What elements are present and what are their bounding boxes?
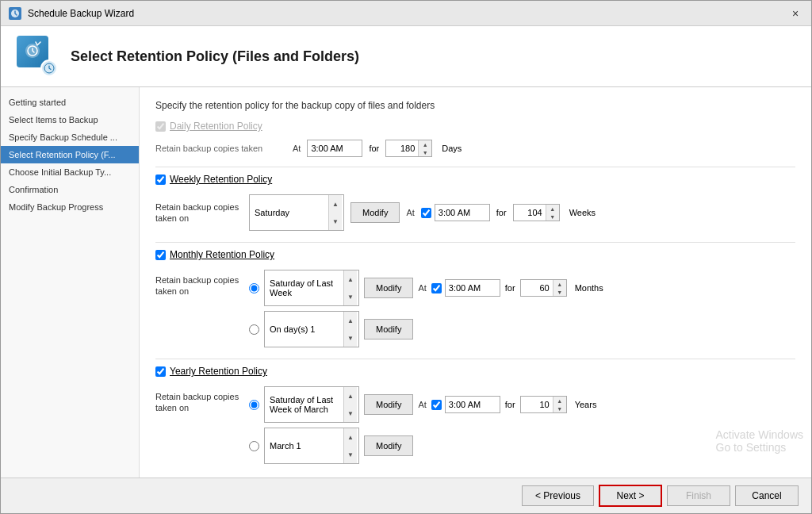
yearly-radio-row-2: March 1 ▲ ▼ Modify <box>249 428 596 464</box>
weekly-weeks-down[interactable]: ▼ <box>546 213 559 221</box>
weekly-retain-label: Retain backup copies taken on <box>155 201 243 224</box>
monthly-select-1-arrows: ▲ ▼ <box>343 270 357 305</box>
yearly-for-label: for <box>505 400 515 409</box>
cancel-button[interactable]: Cancel <box>735 485 799 506</box>
monthly-radio-2[interactable] <box>249 324 259 335</box>
yearly-select-2-arrows: ▲ ▼ <box>343 428 357 463</box>
monthly-checkbox[interactable] <box>155 250 166 260</box>
daily-checkbox-label: Daily Retention Policy <box>155 121 262 132</box>
weekly-weeks-up[interactable]: ▲ <box>546 205 559 213</box>
finish-button[interactable]: Finish <box>667 485 730 506</box>
yearly-time-input[interactable] <box>445 396 500 413</box>
monthly-unit-label: Months <box>575 283 603 293</box>
yearly-section-header: Yearly Retention Policy <box>155 366 795 377</box>
yearly-checkbox[interactable] <box>155 366 166 377</box>
yearly-select-2-down[interactable]: ▼ <box>344 446 357 463</box>
sidebar-item-modify-progress[interactable]: Modify Backup Progress <box>1 198 139 216</box>
yearly-radio-row-1: Saturday of Last Week of March ▲ ▼ Modif… <box>249 386 596 423</box>
monthly-select-1-down[interactable]: ▼ <box>344 288 357 305</box>
sidebar-item-getting-started[interactable]: Getting started <box>1 94 139 111</box>
weekly-modify-button[interactable]: Modify <box>350 202 400 223</box>
weekly-time-checkbox[interactable] <box>421 208 431 218</box>
weekly-unit-label: Weeks <box>569 208 596 217</box>
yearly-select-2-value: March 1 <box>266 439 343 452</box>
monthly-select-2-down[interactable]: ▼ <box>344 329 357 347</box>
activate-watermark: Activate WindowsGo to Settings <box>716 428 803 454</box>
sidebar-item-select-items[interactable]: Select Items to Backup <box>1 111 139 128</box>
monthly-spinner-buttons: ▲ ▼ <box>553 280 566 296</box>
monthly-modify-button-1[interactable]: Modify <box>364 278 413 298</box>
page-title: Select Retention Policy (Files and Folde… <box>71 48 359 65</box>
weekly-time-input[interactable] <box>435 204 490 221</box>
yearly-select-2-up[interactable]: ▲ <box>344 428 357 446</box>
weekly-spinner-buttons: ▲ ▼ <box>546 205 559 221</box>
title-bar-left: Schedule Backup Wizard <box>9 7 134 20</box>
monthly-months-down[interactable]: ▼ <box>553 288 566 296</box>
weekly-day-select[interactable]: Saturday ▲ ▼ <box>249 194 344 231</box>
daily-spinner-buttons: ▲ ▼ <box>418 140 431 156</box>
daily-days-down[interactable]: ▼ <box>419 148 431 156</box>
sidebar-item-confirmation[interactable]: Confirmation <box>1 181 139 198</box>
monthly-select-2-up[interactable]: ▲ <box>344 312 357 329</box>
next-button[interactable]: Next > <box>599 485 662 507</box>
divider-3 <box>155 359 795 359</box>
monthly-modify-button-2[interactable]: Modify <box>364 319 413 339</box>
yearly-years-spinner: ▲ ▼ <box>520 396 567 413</box>
yearly-select-1-down[interactable]: ▼ <box>344 405 357 422</box>
weekly-select-down[interactable]: ▼ <box>329 213 342 230</box>
yearly-years-up[interactable]: ▲ <box>553 397 566 405</box>
yearly-select-1-up[interactable]: ▲ <box>344 387 357 405</box>
yearly-select-2[interactable]: March 1 ▲ ▼ <box>264 428 359 464</box>
weekly-for-label: for <box>496 208 507 217</box>
monthly-time-input[interactable] <box>445 279 500 297</box>
daily-checkbox[interactable] <box>155 121 166 132</box>
monthly-select-1-up[interactable]: ▲ <box>344 270 357 288</box>
close-button[interactable]: × <box>787 6 803 21</box>
monthly-radio-1[interactable] <box>249 283 259 293</box>
weekly-weeks-input[interactable] <box>514 205 546 221</box>
monthly-select-1[interactable]: Saturday of Last Week ▲ ▼ <box>264 270 359 306</box>
monthly-select-2-arrows: ▲ ▼ <box>343 312 357 347</box>
daily-time-input[interactable] <box>307 140 362 157</box>
monthly-select-2[interactable]: On day(s) 1 ▲ ▼ <box>264 311 359 347</box>
weekly-at-label: At <box>406 208 414 217</box>
weekly-checkbox[interactable] <box>155 175 166 185</box>
monthly-months-up[interactable]: ▲ <box>553 280 566 288</box>
header-icon-container <box>17 36 58 77</box>
daily-days-spinner: ▲ ▼ <box>385 140 432 157</box>
yearly-modify-button-2[interactable]: Modify <box>364 435 413 456</box>
previous-button[interactable]: < Previous <box>522 485 594 506</box>
yearly-select-1[interactable]: Saturday of Last Week of March ▲ ▼ <box>264 386 359 423</box>
sidebar-item-choose-initial[interactable]: Choose Initial Backup Ty... <box>1 163 139 181</box>
daily-days-input[interactable] <box>386 140 418 156</box>
daily-retain-label: Retain backup copies taken <box>155 144 286 153</box>
weekly-day-value: Saturday <box>251 206 328 219</box>
yearly-radio-1[interactable] <box>249 400 259 410</box>
monthly-time-checkbox[interactable] <box>431 283 442 293</box>
yearly-modify-button-1[interactable]: Modify <box>364 394 413 415</box>
weekly-policy-row: Retain backup copies taken on Saturday ▲… <box>155 191 795 234</box>
yearly-policy-row: Retain backup copies taken on Saturday o… <box>155 383 795 467</box>
monthly-select-1-value: Saturday of Last Week <box>266 277 343 299</box>
yearly-select-1-value: Saturday of Last Week of March <box>266 393 343 416</box>
yearly-years-input[interactable] <box>521 397 553 412</box>
divider-1 <box>155 167 795 167</box>
monthly-for-label: for <box>505 283 515 293</box>
yearly-select-1-arrows: ▲ ▼ <box>343 387 357 422</box>
weekly-select-up[interactable]: ▲ <box>329 195 342 213</box>
main-window: Schedule Backup Wizard × Select Reten <box>0 0 812 514</box>
monthly-radio-options: Saturday of Last Week ▲ ▼ Modify At <box>249 270 603 347</box>
weekly-weeks-spinner: ▲ ▼ <box>513 204 560 221</box>
sidebar-item-select-retention[interactable]: Select Retention Policy (F... <box>1 146 139 163</box>
divider-2 <box>155 242 795 243</box>
daily-for-label: for <box>369 144 379 153</box>
monthly-radio-row-2: On day(s) 1 ▲ ▼ Modify <box>249 311 603 347</box>
daily-days-up[interactable]: ▲ <box>419 140 431 148</box>
yearly-time-checkbox[interactable] <box>431 400 442 410</box>
yearly-radio-2[interactable] <box>249 441 259 451</box>
monthly-months-input[interactable] <box>521 280 553 296</box>
app-icon <box>9 7 21 20</box>
yearly-section: Yearly Retention Policy Retain backup co… <box>155 366 795 467</box>
yearly-years-down[interactable]: ▼ <box>553 405 566 412</box>
sidebar-item-specify-schedule[interactable]: Specify Backup Schedule ... <box>1 128 139 146</box>
